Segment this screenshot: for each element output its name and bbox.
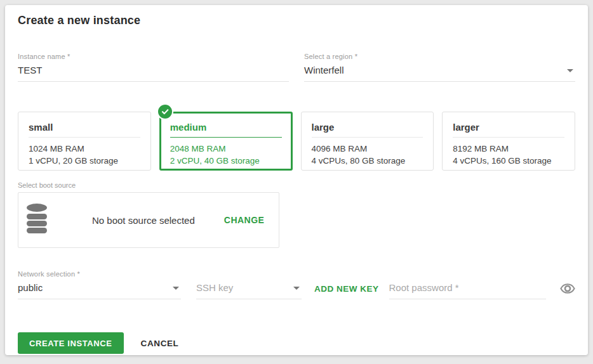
- change-boot-source-button[interactable]: CHANGE: [224, 215, 265, 225]
- size-card-specs: 2 vCPU, 40 GB storage: [170, 155, 282, 167]
- size-card-title: medium: [170, 122, 282, 138]
- instance-name-field-group: Instance name *: [18, 53, 289, 82]
- eye-icon[interactable]: [560, 281, 575, 296]
- region-label: Select a region *: [304, 53, 575, 60]
- region-field-group: Select a region * Winterfell: [304, 53, 575, 82]
- boot-source-label: Select boot source: [18, 181, 575, 189]
- ssh-key-select[interactable]: SSH key: [196, 280, 302, 299]
- add-new-key-button[interactable]: ADD NEW KEY: [314, 284, 379, 294]
- actions-row: CREATE INSTANCE CANCEL: [18, 332, 575, 354]
- size-card-larger[interactable]: larger 8192 MB RAM 4 vCPUs, 160 GB stora…: [442, 112, 575, 171]
- network-value: public: [18, 282, 43, 293]
- root-password-field-group: [389, 280, 546, 299]
- size-card-title: large: [312, 122, 423, 138]
- network-select[interactable]: public: [18, 280, 181, 299]
- size-card-small[interactable]: small 1024 MB RAM 1 vCPU, 20 GB storage: [18, 112, 151, 171]
- size-card-specs: 4 vCPUs, 160 GB storage: [453, 155, 564, 167]
- size-card-title: small: [29, 122, 140, 138]
- size-card-specs: 4 vCPUs, 80 GB storage: [312, 155, 423, 167]
- instance-name-input[interactable]: [18, 62, 289, 82]
- cancel-button[interactable]: CANCEL: [141, 339, 179, 348]
- chevron-down-icon: [567, 69, 573, 72]
- size-card-title: larger: [453, 122, 564, 138]
- size-cards-row: small 1024 MB RAM 1 vCPU, 20 GB storage …: [18, 112, 575, 171]
- size-card-ram: 4096 MB RAM: [312, 143, 423, 155]
- network-field-group: Network selection * public: [18, 270, 181, 299]
- region-select[interactable]: Winterfell: [304, 62, 575, 82]
- size-card-specs: 1 vCPU, 20 GB storage: [29, 155, 140, 167]
- create-instance-button[interactable]: CREATE INSTANCE: [18, 332, 124, 354]
- page-title: Create a new instance: [18, 14, 575, 27]
- chevron-down-icon: [173, 287, 179, 290]
- size-card-ram: 2048 MB RAM: [170, 143, 282, 155]
- ssh-key-field-group: SSH key: [196, 280, 302, 299]
- database-icon: [26, 204, 48, 237]
- size-card-ram: 8192 MB RAM: [453, 143, 564, 155]
- ssh-key-placeholder: SSH key: [196, 282, 233, 293]
- network-label: Network selection *: [18, 270, 181, 278]
- region-value: Winterfell: [304, 65, 344, 75]
- size-card-ram: 1024 MB RAM: [29, 143, 140, 155]
- create-instance-dialog: Create a new instance Instance name * Se…: [5, 5, 588, 355]
- check-icon: [157, 103, 173, 120]
- boot-source-status: No boot source selected: [92, 215, 195, 226]
- size-card-large[interactable]: large 4096 MB RAM 4 vCPUs, 80 GB storage: [301, 112, 434, 171]
- instance-name-label: Instance name *: [18, 53, 289, 60]
- root-password-input[interactable]: [389, 280, 546, 299]
- chevron-down-icon: [293, 287, 300, 290]
- top-fields-row: Instance name * Select a region * Winter…: [18, 53, 575, 82]
- size-card-medium[interactable]: medium 2048 MB RAM 2 vCPU, 40 GB storage: [159, 112, 293, 171]
- boot-source-box: No boot source selected CHANGE: [18, 192, 279, 248]
- network-row: Network selection * public SSH key ADD N…: [18, 270, 575, 299]
